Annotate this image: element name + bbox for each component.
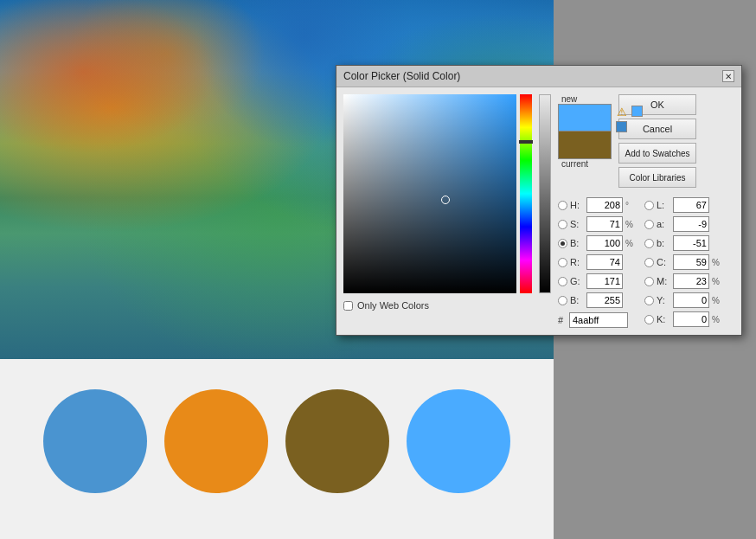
label-blab: b: [657,238,670,248]
field-row-s: S: % [558,215,636,233]
dialog-body: Only Web Colors new ⚠ [336,87,741,335]
label-l: L: [657,200,670,210]
label-blue: B: [570,295,584,305]
label-m: M: [657,276,670,286]
unit-s: % [625,220,636,229]
label-y: Y: [657,295,670,305]
swatch-circle-3[interactable] [285,389,389,493]
hue-slider[interactable] [520,94,532,293]
current-color-swatch[interactable] [558,132,612,159]
label-s: S: [570,219,584,229]
unit-k: % [712,315,722,324]
label-c: C: [657,257,670,267]
input-l[interactable] [673,197,709,213]
field-row-blab: b: [644,234,722,252]
input-blab[interactable] [673,235,709,251]
swatch-circle-4[interactable] [407,389,510,493]
cancel-button[interactable]: Cancel [618,119,696,139]
label-b: B: [570,238,584,248]
radio-m[interactable] [644,277,654,286]
add-swatches-button[interactable]: Add to Swatches [618,143,696,164]
input-r[interactable] [586,254,623,270]
radio-h[interactable] [558,201,567,210]
color-saturation-field[interactable] [343,94,516,293]
only-web-colors-row: Only Web Colors [343,300,551,311]
close-button[interactable]: ✕ [722,70,734,82]
radio-r[interactable] [558,258,567,267]
field-row-c: C: % [644,253,722,271]
input-b[interactable] [586,235,623,251]
radio-k[interactable] [644,315,654,324]
field-row-h: H: ° [558,196,636,214]
field-row-k: K: % [644,311,722,328]
unit-c: % [712,258,722,267]
input-s[interactable] [586,216,623,232]
field-row-y: Y: % [644,292,722,309]
radio-a[interactable] [644,220,654,229]
label-h: H: [570,200,584,210]
hex-symbol: # [558,315,567,325]
label-r: R: [570,257,584,267]
radio-g[interactable] [558,277,567,286]
radio-blue[interactable] [558,296,567,305]
field-row-r: R: [558,253,636,271]
gamut-warning-icon[interactable]: ⚠ [617,106,627,118]
right-panel: new ⚠ current OK Ca [558,94,722,328]
only-web-colors-label: Only Web Colors [357,300,429,311]
unit-h: ° [625,201,636,210]
unit-m: % [712,277,722,286]
radio-b[interactable] [558,239,567,248]
color-libraries-button[interactable]: Color Libraries [618,167,696,188]
input-h[interactable] [586,197,623,213]
ok-button[interactable]: OK [618,94,696,115]
dialog-titlebar: Color Picker (Solid Color) ✕ [336,66,741,87]
input-k[interactable] [673,311,709,327]
label-k: K: [657,314,670,324]
input-m[interactable] [673,273,709,289]
color-field-container: Only Web Colors [343,94,551,328]
hex-input[interactable] [569,312,628,328]
color-fields: H: ° S: % B: [558,196,722,328]
opacity-slider[interactable] [539,94,551,293]
new-label: new [561,94,577,104]
unit-b: % [625,239,636,248]
hue-slider-container [520,94,532,293]
unit-y: % [712,296,722,305]
input-a[interactable] [673,216,709,232]
swatch-circle-1[interactable] [43,389,147,493]
color-picker-dialog: Color Picker (Solid Color) ✕ [336,65,742,336]
swatch-circle-2[interactable] [164,389,268,493]
input-c[interactable] [673,254,709,270]
fields-right: L: a: b: [644,196,722,328]
label-a: a: [657,219,670,229]
only-web-colors-checkbox[interactable] [343,301,353,311]
buttons-area: OK Cancel Add to Swatches Color Librarie… [618,94,696,188]
radio-s[interactable] [558,220,567,229]
fields-left: H: ° S: % B: [558,196,636,328]
field-row-g: G: [558,273,636,290]
input-y[interactable] [673,292,709,308]
current-label: current [561,159,588,169]
field-row-a: a: [644,215,722,233]
field-row-m: M: % [644,273,722,290]
hex-row: # [558,312,636,328]
radio-c[interactable] [644,258,654,267]
web-color-indicator[interactable] [631,106,643,117]
color-field-overlay [343,94,516,293]
field-row-b: B: % [558,234,636,252]
input-g[interactable] [586,273,623,289]
label-g: G: [570,276,584,286]
input-blue[interactable] [586,292,623,308]
field-row-blue: B: [558,292,636,309]
radio-blab[interactable] [644,239,654,248]
radio-l[interactable] [644,201,654,210]
radio-y[interactable] [644,296,654,305]
dialog-title: Color Picker (Solid Color) [343,70,460,82]
library-color-indicator[interactable] [616,121,627,132]
new-color-swatch[interactable] [558,104,612,132]
field-row-l: L: [644,196,722,214]
